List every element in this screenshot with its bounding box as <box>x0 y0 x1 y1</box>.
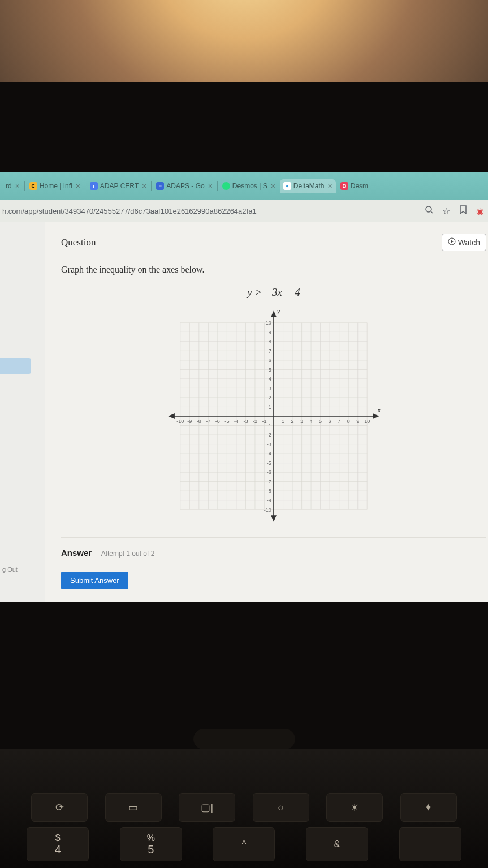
svg-text:4: 4 <box>310 418 313 424</box>
tab-adap-cert[interactable]: i ADAP CERT × <box>87 179 150 193</box>
watch-video-button[interactable]: Watch <box>442 234 486 251</box>
number-key-row: $4 %5 ^ & <box>0 827 488 861</box>
brightness-down-key[interactable]: ○ <box>253 793 309 822</box>
tab-home[interactable]: C Home | Infi × <box>26 179 84 193</box>
answer-section: Answer Attempt 1 out of 2 <box>61 537 486 558</box>
extension-icon[interactable]: ◉ <box>474 206 486 217</box>
svg-marker-49 <box>271 515 277 522</box>
close-icon[interactable]: × <box>142 182 146 191</box>
svg-text:-3: -3 <box>267 442 271 447</box>
svg-text:-3: -3 <box>243 418 248 424</box>
play-icon <box>448 237 456 247</box>
favicon-list-icon: ≡ <box>156 182 164 190</box>
svg-text:1: 1 <box>269 404 271 410</box>
svg-text:-5: -5 <box>267 460 271 466</box>
svg-text:4: 4 <box>269 376 271 382</box>
key-6[interactable]: ^ <box>213 827 275 861</box>
svg-marker-47 <box>168 413 175 419</box>
refresh-key[interactable]: ⟳ <box>31 793 88 822</box>
key-4[interactable]: $4 <box>27 827 89 861</box>
svg-text:-4: -4 <box>267 451 271 456</box>
svg-text:-6: -6 <box>215 418 220 424</box>
svg-text:-1: -1 <box>262 418 266 424</box>
svg-text:-2: -2 <box>253 418 257 424</box>
svg-text:5: 5 <box>269 367 271 373</box>
y-axis-label: y <box>277 309 281 314</box>
sparkle-key[interactable]: ✦ <box>400 793 457 822</box>
tab-desmos[interactable]: Desmos | S × <box>219 179 279 193</box>
svg-text:2: 2 <box>269 395 271 400</box>
browser-tab-strip: rd × C Home | Infi × i ADAP CERT × ≡ ADA… <box>0 172 488 200</box>
question-heading: Question <box>61 237 96 248</box>
attempt-counter: Attempt 1 out of 2 <box>101 550 155 558</box>
question-header: Question Watch <box>61 234 486 251</box>
svg-text:-7: -7 <box>206 418 210 424</box>
close-icon[interactable]: × <box>76 182 80 191</box>
sidebar: g Out <box>0 222 45 602</box>
svg-text:-7: -7 <box>267 479 271 485</box>
sidebar-active-item[interactable] <box>0 358 31 374</box>
graph-container: -10-9-8-7-6-5-4-3-2-1 12345678910 109876… <box>61 309 486 524</box>
overview-key[interactable]: ▢| <box>179 793 235 822</box>
favicon-deltamath-icon: ● <box>283 182 291 190</box>
key-8[interactable] <box>399 827 461 861</box>
fullscreen-key[interactable]: ▭ <box>105 793 162 822</box>
svg-text:-8: -8 <box>267 488 271 494</box>
tab-adaps-go[interactable]: ≡ ADAPS - Go × <box>153 179 216 193</box>
submit-answer-button[interactable]: Submit Answer <box>61 572 128 589</box>
page-content: g Out Question Watch Graph the inequalit… <box>0 222 488 602</box>
answer-label: Answer <box>61 548 92 558</box>
close-icon[interactable]: × <box>271 182 275 191</box>
tab-desm-partial[interactable]: D Desm <box>337 180 372 192</box>
close-icon[interactable]: × <box>15 182 20 191</box>
svg-text:-4: -4 <box>234 418 239 424</box>
svg-text:5: 5 <box>319 418 322 424</box>
inequality-equation: y > −3x − 4 <box>61 286 486 299</box>
key-5[interactable]: %5 <box>120 827 182 861</box>
svg-text:7: 7 <box>338 418 340 424</box>
favicon-desmos-icon <box>222 182 230 190</box>
svg-text:-1: -1 <box>267 423 271 429</box>
screen: rd × C Home | Infi × i ADAP CERT × ≡ ADA… <box>0 172 488 602</box>
svg-text:8: 8 <box>347 418 350 424</box>
bookmark-star-icon[interactable]: ☆ <box>440 206 452 217</box>
svg-text:7: 7 <box>269 348 271 354</box>
main-panel: Question Watch Graph the inequality on t… <box>45 222 488 602</box>
svg-marker-3 <box>451 240 454 243</box>
svg-text:-9: -9 <box>267 498 271 503</box>
tab-rd[interactable]: rd × <box>2 179 23 193</box>
svg-text:-2: -2 <box>267 432 271 438</box>
svg-text:-6: -6 <box>267 469 271 475</box>
svg-text:3: 3 <box>300 418 303 424</box>
favicon-d-icon: D <box>340 182 348 190</box>
svg-text:-5: -5 <box>224 418 229 424</box>
close-icon[interactable]: × <box>208 182 213 191</box>
favicon-info-icon: i <box>90 182 98 190</box>
zoom-icon[interactable] <box>423 205 435 217</box>
question-prompt: Graph the inequality on the axes below. <box>61 265 486 275</box>
address-bar[interactable]: h.com/app/student/3493470/24555277/d6c73… <box>0 200 488 222</box>
svg-text:-10: -10 <box>176 418 184 424</box>
bookmark-icon[interactable] <box>457 205 469 217</box>
svg-text:2: 2 <box>291 418 294 424</box>
svg-text:-10: -10 <box>264 507 271 513</box>
brightness-up-key[interactable]: ☀ <box>326 793 383 822</box>
svg-text:10: 10 <box>266 320 271 326</box>
svg-text:8: 8 <box>269 339 271 344</box>
close-icon[interactable]: × <box>328 182 332 191</box>
coordinate-grid[interactable]: -10-9-8-7-6-5-4-3-2-1 12345678910 109876… <box>166 309 381 524</box>
svg-marker-46 <box>373 413 379 419</box>
media-key-row: ⟳ ▭ ▢| ○ ☀ ✦ <box>0 793 488 822</box>
svg-text:9: 9 <box>356 418 359 424</box>
key-7[interactable]: & <box>306 827 368 861</box>
laptop-hinge <box>193 729 295 749</box>
logout-link[interactable]: g Out <box>0 564 20 575</box>
tab-deltamath[interactable]: ● DeltaMath × <box>280 179 336 193</box>
svg-text:9: 9 <box>269 330 271 335</box>
svg-text:-9: -9 <box>187 418 192 424</box>
svg-text:1: 1 <box>282 418 284 424</box>
svg-text:3: 3 <box>269 386 271 391</box>
favicon-c-icon: C <box>29 182 37 190</box>
svg-marker-48 <box>271 310 277 317</box>
svg-text:-8: -8 <box>197 418 201 424</box>
